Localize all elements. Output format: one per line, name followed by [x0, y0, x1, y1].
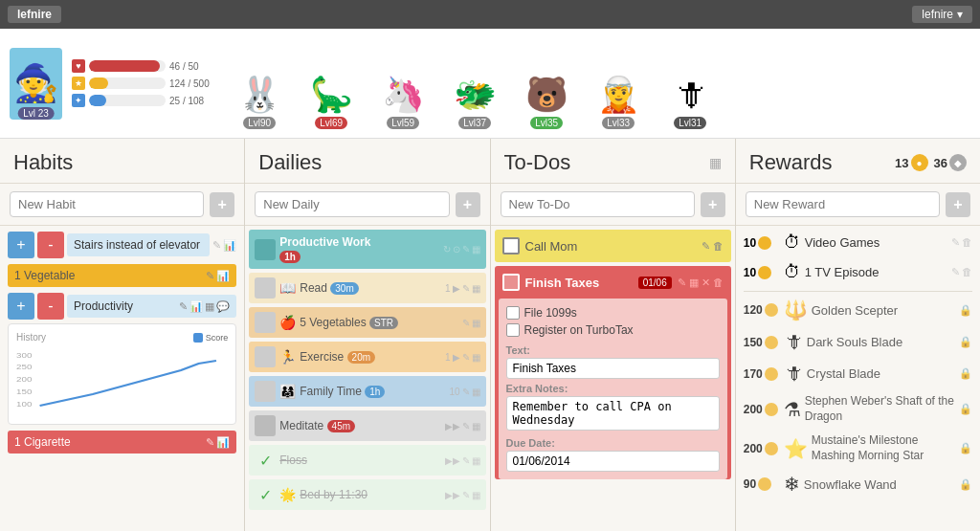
- daily-checkbox[interactable]: [255, 239, 276, 260]
- habit-minus-button[interactable]: -: [37, 232, 64, 258]
- edit-icon[interactable]: ✎: [462, 387, 470, 397]
- daily-checkbox[interactable]: [255, 346, 276, 367]
- arrows-icon[interactable]: ▶: [453, 283, 460, 294]
- bars-icon[interactable]: ▦: [472, 455, 480, 466]
- daily-checkbox[interactable]: [255, 312, 276, 333]
- xp-icon: ★: [72, 77, 85, 90]
- edit-icon[interactable]: ✎: [462, 490, 470, 500]
- coins-value: 13: [895, 156, 908, 170]
- daily-checkbox[interactable]: [255, 381, 276, 402]
- daily-action-icons: 1 ▶ ✎ ▦: [445, 283, 480, 294]
- edit-icon[interactable]: ✎: [462, 421, 470, 431]
- party-member-4[interactable]: 🐲 Lvl37: [444, 38, 506, 129]
- toggle-icon[interactable]: ⊙: [453, 244, 460, 254]
- todo-text-input[interactable]: [506, 358, 720, 379]
- habit-plus-button[interactable]: +: [8, 293, 34, 320]
- trash-icon[interactable]: 🗑: [713, 240, 724, 253]
- sub-checkbox[interactable]: [506, 306, 520, 320]
- party-member-5[interactable]: 🐻 Lvl35: [516, 38, 578, 129]
- bars-icon[interactable]: ▦: [689, 277, 699, 289]
- bars-icon[interactable]: ▦: [472, 283, 480, 294]
- arrows-icon[interactable]: ▶▶: [445, 490, 460, 500]
- add-habit-button[interactable]: +: [210, 192, 234, 217]
- chart-icon[interactable]: 📊: [216, 270, 230, 282]
- mp-bar-fill: [89, 95, 106, 106]
- svg-text:250: 250: [16, 363, 32, 371]
- add-daily-button[interactable]: +: [456, 192, 480, 217]
- edit-icon[interactable]: ✎: [951, 266, 960, 278]
- bars-icon[interactable]: ▦: [205, 300, 214, 313]
- edit-icon[interactable]: ✎: [206, 270, 214, 282]
- add-reward-button[interactable]: +: [946, 192, 970, 217]
- edit-icon[interactable]: ✎: [462, 455, 470, 466]
- edit-icon[interactable]: ✎: [212, 239, 221, 252]
- todo-checkbox[interactable]: [502, 274, 520, 291]
- habit-plus-button[interactable]: +: [8, 232, 34, 258]
- extra-notes-label: Extra Notes:: [506, 383, 720, 394]
- trash-icon[interactable]: 🗑: [962, 266, 972, 278]
- daily-checkbox[interactable]: [255, 277, 276, 299]
- todo-checkbox[interactable]: [502, 237, 520, 254]
- bars-icon[interactable]: ▦: [472, 490, 480, 500]
- sub-checkbox[interactable]: [506, 323, 520, 337]
- trash-icon[interactable]: 🗑: [962, 236, 972, 249]
- bars-icon[interactable]: ▦: [472, 244, 480, 254]
- party-member-2[interactable]: 🦕 Lvl69: [301, 38, 363, 129]
- party-member-7[interactable]: 🗡 Lvl31: [659, 38, 722, 129]
- player-sprite: 🧙: [13, 62, 58, 104]
- user-dropdown[interactable]: lefnire ▾: [912, 6, 972, 23]
- new-habit-input[interactable]: [10, 191, 204, 217]
- chat-icon[interactable]: 💬: [216, 300, 230, 313]
- habit-minus-button[interactable]: -: [37, 293, 64, 320]
- lock-icon: 🔒: [959, 403, 972, 415]
- arrows-icon[interactable]: ▶▶: [445, 455, 460, 466]
- rewards-header: Rewards 13 ● 36 ◆: [736, 139, 980, 184]
- reward-name: Stephen Weber's Shaft of the Dragon: [805, 394, 955, 424]
- bars-icon[interactable]: ▦: [472, 318, 480, 328]
- reward-coin-icon: [765, 336, 778, 349]
- edit-icon[interactable]: ✎: [462, 352, 470, 363]
- add-todo-button[interactable]: +: [701, 192, 725, 217]
- close-icon[interactable]: ✕: [702, 277, 710, 289]
- dailies-list: Productive Work 1h ↻ ⊙ ✎ ▦ 📖 Read 30m: [245, 226, 489, 531]
- new-reward-input[interactable]: [746, 191, 940, 217]
- chart-icon[interactable]: 📊: [189, 300, 203, 313]
- dailies-input-row: +: [245, 184, 489, 226]
- party-sprite-1: 🐰: [238, 75, 281, 115]
- edit-icon[interactable]: ✎: [678, 277, 686, 289]
- bars-icon[interactable]: ▦: [472, 352, 480, 363]
- bars-icon[interactable]: ▦: [472, 387, 480, 397]
- daily-checkmark[interactable]: ✓: [255, 450, 276, 471]
- edit-icon[interactable]: ✎: [462, 283, 470, 294]
- arrows-icon[interactable]: ▶: [453, 352, 460, 363]
- repeat-icon[interactable]: ↻: [443, 244, 451, 254]
- chart-icon[interactable]: 📊: [216, 436, 230, 449]
- party-member-1[interactable]: 🐰 Lvl90: [229, 38, 291, 129]
- party-level-5: Lvl35: [530, 117, 563, 129]
- new-todo-input[interactable]: [501, 191, 695, 217]
- edit-icon[interactable]: ✎: [206, 436, 214, 449]
- daily-emoji: 👨‍👩‍👧: [279, 384, 296, 399]
- top-bar: lefnire lefnire ▾: [0, 0, 980, 29]
- chart-icon[interactable]: 📊: [223, 239, 236, 252]
- new-daily-input[interactable]: [255, 191, 449, 217]
- trash-icon[interactable]: 🗑: [713, 277, 724, 289]
- repeat-icon[interactable]: 1: [445, 352, 451, 363]
- cost-value: 200: [744, 403, 763, 416]
- repeat-icon[interactable]: 1: [445, 283, 451, 294]
- edit-icon[interactable]: ✎: [951, 236, 960, 249]
- edit-icon[interactable]: ✎: [702, 240, 710, 253]
- party-member-6[interactable]: 🧝 Lvl33: [588, 38, 650, 129]
- reward-name: Dark Souls Blade: [807, 335, 955, 349]
- edit-icon[interactable]: ✎: [179, 300, 188, 313]
- daily-checkbox[interactable]: [255, 415, 276, 436]
- arrows-icon[interactable]: ▶▶: [445, 421, 460, 431]
- edit-icon[interactable]: ✎: [462, 244, 470, 254]
- daily-checkmark[interactable]: ✓: [255, 484, 276, 505]
- todo-due-date-input[interactable]: [506, 451, 720, 472]
- todo-notes-input[interactable]: Remember to call CPA on Wednesday: [506, 396, 720, 431]
- bars-icon[interactable]: ▦: [472, 421, 480, 431]
- party-member-3[interactable]: 🦄 Lvl59: [372, 38, 434, 129]
- top-bar-left: lefnire: [8, 6, 61, 23]
- edit-icon[interactable]: ✎: [462, 318, 470, 328]
